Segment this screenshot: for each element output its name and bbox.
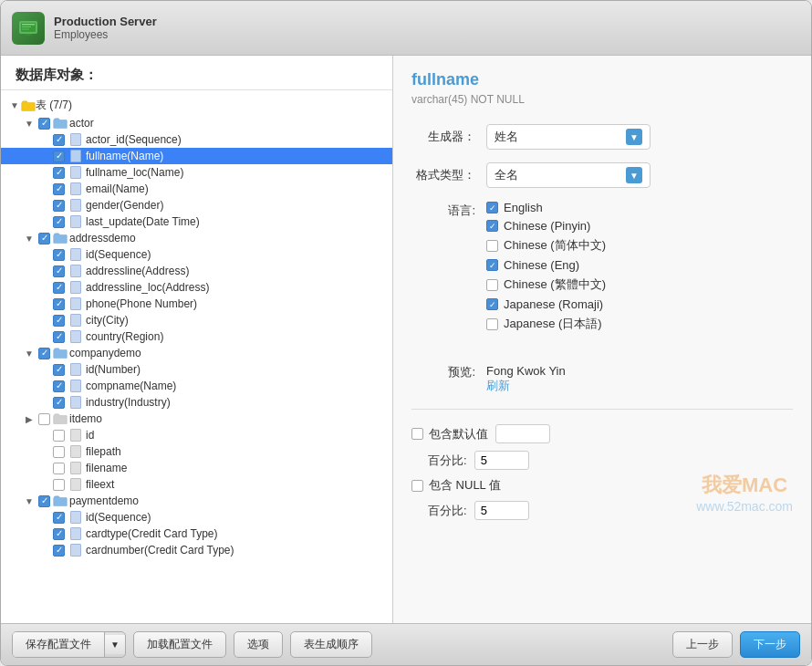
field-cardtype[interactable]: cardtype(Credit Card Type) (1, 526, 392, 542)
save-config-dropdown[interactable]: ▼ (105, 635, 125, 654)
fileext-checkbox[interactable] (53, 479, 65, 491)
phone-checkbox[interactable] (53, 298, 65, 310)
itdemo-expand[interactable] (23, 412, 36, 425)
lang-english-checkbox[interactable] (486, 202, 498, 213)
field-addressline_loc[interactable]: addressline_loc(Address) (1, 279, 392, 296)
pay-id-checkbox[interactable] (53, 512, 65, 524)
addressdemo-checkbox[interactable] (38, 233, 50, 245)
field-icon (70, 248, 81, 261)
tree-table-companydemo[interactable]: companydemo (1, 345, 392, 361)
field-subtitle: varchar(45) NOT NULL (411, 93, 793, 106)
lang-chinese-simplified[interactable]: Chinese (简体中文) (486, 237, 606, 254)
field-compname[interactable]: compname(Name) (1, 378, 392, 394)
prev-step-button[interactable]: 上一步 (672, 631, 733, 658)
percent2-input[interactable] (474, 501, 529, 520)
lang-chinese-simplified-checkbox[interactable] (486, 240, 498, 252)
lang-chinese-traditional-checkbox[interactable] (486, 279, 498, 291)
gender-checkbox[interactable] (53, 200, 65, 212)
field-actor_id[interactable]: actor_id(Sequence) (1, 131, 392, 148)
save-config-arrow-icon: ▼ (110, 640, 120, 650)
it-id-checkbox[interactable] (53, 430, 65, 442)
itdemo-checkbox[interactable] (38, 413, 50, 425)
field-country[interactable]: country(Region) (1, 328, 392, 345)
options-button[interactable]: 选项 (234, 631, 283, 658)
compname-checkbox[interactable] (53, 380, 65, 392)
field-industry[interactable]: industry(Industry) (1, 394, 392, 411)
actor-checkbox[interactable] (38, 118, 50, 130)
lang-chinese-pinyin[interactable]: Chinese (Pinyin) (486, 219, 606, 233)
field-icon (70, 445, 81, 458)
cardtype-checkbox[interactable] (53, 528, 65, 540)
field-addressline[interactable]: addressline(Address) (1, 263, 392, 279)
filename-checkbox[interactable] (53, 463, 65, 474)
field-addr-id[interactable]: id(Sequence) (1, 246, 392, 263)
tree-root[interactable]: 表 (7/7) (1, 96, 392, 115)
preview-row: 预览: Fong Kwok Yin 刷新 (411, 364, 793, 394)
actor-expand[interactable] (23, 117, 36, 130)
field-last_update[interactable]: last_update(Date Time) (1, 213, 392, 230)
field-cardnumber[interactable]: cardnumber(Credit Card Type) (1, 542, 392, 558)
email-checkbox[interactable] (53, 183, 65, 195)
generate-order-button[interactable]: 表生成顺序 (290, 631, 372, 658)
lang-chinese-eng-checkbox[interactable] (486, 259, 498, 271)
comp-id-checkbox[interactable] (53, 364, 65, 376)
root-expand[interactable] (8, 99, 21, 112)
lang-japanese-romaji[interactable]: Japanese (Romaji) (486, 297, 606, 311)
companydemo-expand[interactable] (23, 347, 36, 359)
lang-japanese-romaji-checkbox[interactable] (486, 298, 498, 310)
percent1-input[interactable] (474, 451, 529, 470)
fullname_loc-checkbox[interactable] (53, 167, 65, 179)
field-fullname_loc[interactable]: fullname_loc(Name) (1, 164, 392, 181)
companydemo-checkbox[interactable] (38, 348, 50, 359)
include-default-input[interactable] (495, 424, 550, 443)
lang-japanese-checkbox[interactable] (486, 318, 498, 330)
generator-select[interactable]: 姓名 ▼ (486, 124, 651, 150)
addressline-checkbox[interactable] (53, 265, 65, 277)
field-it-id[interactable]: id (1, 427, 392, 443)
load-config-button[interactable]: 加载配置文件 (133, 631, 226, 658)
addr-id-checkbox[interactable] (53, 249, 65, 261)
field-gender[interactable]: gender(Gender) (1, 197, 392, 213)
next-step-button[interactable]: 下一步 (740, 631, 800, 658)
field-filename[interactable]: filename (1, 460, 392, 476)
actor_id-checkbox[interactable] (53, 134, 65, 146)
last_update-checkbox[interactable] (53, 216, 65, 228)
include-default-checkbox[interactable] (411, 428, 423, 440)
tree-table-itdemo[interactable]: itdemo (1, 411, 392, 427)
tree-table-actor[interactable]: actor (1, 115, 392, 131)
lang-english[interactable]: English (486, 201, 606, 214)
field-phone[interactable]: phone(Phone Number) (1, 296, 392, 312)
field-icon (70, 396, 81, 409)
right-panel: fullname varchar(45) NOT NULL 生成器： 姓名 ▼ … (393, 56, 811, 623)
addressdemo-label: addressdemo (69, 232, 136, 245)
field-filepath[interactable]: filepath (1, 443, 392, 460)
field-city[interactable]: city(City) (1, 312, 392, 328)
field-fileext[interactable]: fileext (1, 476, 392, 493)
lang-chinese-traditional[interactable]: Chinese (繁體中文) (486, 276, 606, 293)
paymentdemo-expand[interactable] (23, 494, 36, 507)
filepath-checkbox[interactable] (53, 446, 65, 458)
addressline_loc-checkbox[interactable] (53, 282, 65, 294)
format-select[interactable]: 全名 ▼ (486, 162, 651, 188)
tree-table-paymentdemo[interactable]: paymentdemo (1, 493, 392, 509)
field-fullname[interactable]: fullname(Name) (1, 148, 392, 164)
country-checkbox[interactable] (53, 331, 65, 343)
field-comp-id[interactable]: id(Number) (1, 361, 392, 378)
include-null-checkbox[interactable] (411, 480, 423, 492)
industry-checkbox[interactable] (53, 397, 65, 409)
tree-container[interactable]: 表 (7/7) actor actor_id(Sequence) (1, 90, 392, 623)
lang-japanese-label: Japanese (日本語) (504, 316, 602, 332)
addressdemo-expand[interactable] (23, 232, 36, 245)
refresh-button[interactable]: 刷新 (486, 378, 566, 394)
lang-japanese[interactable]: Japanese (日本語) (486, 316, 606, 332)
city-checkbox[interactable] (53, 315, 65, 327)
lang-chinese-eng[interactable]: Chinese (Eng) (486, 258, 606, 272)
tree-table-addressdemo[interactable]: addressdemo (1, 230, 392, 246)
cardnumber-checkbox[interactable] (53, 545, 65, 557)
field-email[interactable]: email(Name) (1, 181, 392, 197)
field-pay-id[interactable]: id(Sequence) (1, 509, 392, 526)
save-config-button[interactable]: 保存配置文件 (13, 632, 105, 657)
lang-chinese-pinyin-checkbox[interactable] (486, 220, 498, 232)
fullname-checkbox[interactable] (53, 151, 65, 162)
paymentdemo-checkbox[interactable] (38, 495, 50, 507)
